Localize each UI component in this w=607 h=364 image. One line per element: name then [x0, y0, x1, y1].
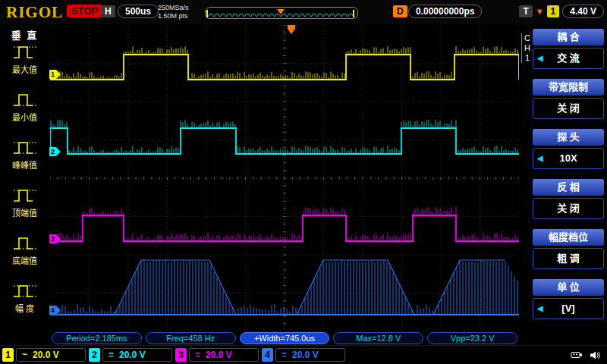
measurement-pill-5[interactable]: Vpp=23.2 V	[427, 332, 517, 344]
measurement-readout-row: Period=2.185msFreq=458 Hz+Width=745.0usM…	[52, 332, 517, 344]
channel-block-2[interactable]: 2=20.0 V	[89, 347, 172, 362]
softkey-value[interactable]: ◀[V]	[533, 298, 604, 319]
trigger-status: T ▼ 1 4.40 V	[519, 5, 604, 18]
channel-block-4[interactable]: 4=20.0 V	[262, 347, 345, 362]
channel-menu-panel: CH1 耦 合◀交 流带宽限制关 闭探 头◀10X反 相关 闭幅度档位粗 调单 …	[520, 24, 607, 345]
softkey-label: 探 头	[533, 129, 604, 146]
measure-sidebar: 垂 直 最大值 最小值 峰峰值 顶端值 底端值 幅 度	[0, 24, 49, 345]
channel-number-badge: 2	[89, 348, 100, 362]
softkey-group-1: 耦 合◀交 流	[533, 29, 604, 69]
trigger-edge-icon: ▼	[536, 8, 544, 16]
measure-item-6[interactable]: 幅 度	[0, 281, 49, 328]
softkey-group-4: 反 相关 闭	[533, 179, 604, 219]
channel-scale-box: =20.0 V	[275, 348, 345, 362]
delay-value: 0.00000000ps	[408, 5, 482, 18]
measure-sidebar-title: 垂 直	[0, 27, 49, 42]
softkey-value[interactable]: ◀交 流	[533, 48, 604, 69]
measurement-pill-3[interactable]: +Width=745.0us	[240, 332, 330, 344]
channel-scale-box: ~20.0 V	[16, 348, 86, 362]
horizontal-badge: H	[101, 5, 115, 17]
left-arrow-icon: ◀	[537, 299, 543, 318]
trigger-level-value: 4.40 V	[562, 5, 604, 18]
rigol-logo: RIGOL	[6, 3, 63, 22]
measure-item-label: 顶端值	[0, 206, 49, 218]
measure-item-4[interactable]: 顶端值	[0, 185, 49, 233]
measure-item-3[interactable]: 峰峰值	[0, 137, 49, 185]
coupling-icon: =	[109, 349, 114, 361]
top-status-bar: RIGOL STOP H 500us 250MSa/s 1.50M pts D …	[0, 0, 607, 24]
measure-item-list: 最大值 最小值 峰峰值 顶端值 底端值 幅 度	[0, 42, 49, 328]
sample-rate: 250MSa/s	[158, 4, 189, 12]
channel-scale-box: =20.0 V	[102, 348, 172, 362]
measure-item-2[interactable]: 最小值	[0, 89, 49, 137]
softkey-value[interactable]: 关 闭	[533, 98, 604, 119]
channel-status-bar: 1~20.0 V2=20.0 V3=20.0 V4=20.0 V	[0, 345, 607, 364]
usb-icon	[571, 350, 583, 359]
waveform-display	[50, 25, 519, 331]
measure-item-label: 幅 度	[0, 302, 49, 314]
measure-item-label: 最大值	[0, 63, 49, 75]
softkey-value-text: 关 闭	[557, 102, 580, 114]
softkey-value[interactable]: 粗 调	[533, 248, 604, 269]
measurement-pill-1[interactable]: Period=2.185ms	[52, 332, 142, 344]
softkey-label: 反 相	[533, 179, 604, 196]
measure-item-5[interactable]: 底端值	[0, 233, 49, 281]
softkey-value-text: 粗 调	[557, 253, 580, 264]
channel-number-badge: 1	[2, 348, 14, 362]
vbase-icon	[11, 233, 39, 253]
measure-item-label: 峰峰值	[0, 158, 49, 171]
channel-blocks: 1~20.0 V2=20.0 V3=20.0 V4=20.0 V	[2, 347, 345, 362]
channel-scale-value: 20.0 V	[33, 349, 59, 361]
channel-scale-value: 20.0 V	[292, 349, 319, 361]
channel-menu-tab: CH1	[521, 33, 532, 63]
softkey-group-3: 探 头◀10X	[533, 129, 604, 169]
softkey-label: 单 位	[533, 279, 604, 296]
softkey-value[interactable]: ◀10X	[533, 148, 604, 169]
trigger-source-badge: 1	[547, 5, 560, 17]
measure-item-label: 底端值	[0, 254, 49, 266]
softkey-group-2: 带宽限制关 闭	[533, 79, 604, 119]
softkey-value-text: 10X	[559, 152, 577, 164]
softkey-group-6: 单 位◀[V]	[533, 279, 604, 319]
softkey-group-list: 耦 合◀交 流带宽限制关 闭探 头◀10X反 相关 闭幅度档位粗 调单 位◀[V…	[533, 29, 604, 329]
channel-block-3[interactable]: 3=20.0 V	[175, 347, 259, 362]
coupling-icon: =	[281, 349, 287, 361]
channel-number-badge: 3	[175, 348, 187, 362]
left-arrow-icon: ◀	[537, 149, 543, 168]
vamp-icon	[11, 281, 39, 300]
measure-item-1[interactable]: 最大值	[0, 42, 49, 89]
vtop-icon	[11, 185, 39, 205]
softkey-value-text: [V]	[561, 303, 574, 314]
vmax-icon	[11, 42, 39, 61]
run-state-badge: STOP	[67, 5, 102, 17]
horizontal-position-waveform	[206, 9, 356, 18]
measure-item-label: 最小值	[0, 111, 49, 123]
coupling-icon: =	[195, 349, 200, 361]
coupling-icon: ~	[22, 349, 27, 361]
delay-badge: D	[393, 5, 407, 17]
speaker-icon	[590, 350, 601, 360]
acquisition-info: 250MSa/s 1.50M pts	[158, 4, 189, 20]
measurement-pill-2[interactable]: Freq=458 Hz	[146, 332, 236, 344]
softkey-label: 带宽限制	[533, 79, 604, 96]
softkey-label: 耦 合	[533, 29, 604, 46]
softkey-value-text: 交 流	[557, 52, 580, 64]
channel-scale-value: 20.0 V	[206, 349, 232, 361]
softkey-label: 幅度档位	[533, 229, 604, 246]
horizontal-position-widget[interactable]	[205, 7, 358, 19]
status-icons	[571, 350, 601, 360]
channel-block-1[interactable]: 1~20.0 V	[2, 347, 86, 362]
trigger-badge: T	[519, 5, 532, 17]
softkey-value[interactable]: 关 闭	[533, 198, 604, 219]
vmin-icon	[11, 89, 39, 109]
vpp-icon	[11, 137, 39, 157]
waveform-screen: Period=2.185msFreq=458 Hz+Width=745.0usM…	[49, 24, 520, 345]
channel-scale-value: 20.0 V	[119, 349, 146, 361]
timebase-value: 500us	[118, 5, 159, 18]
channel-number-badge: 4	[262, 348, 273, 362]
softkey-value-text: 关 闭	[557, 202, 580, 214]
left-arrow-icon: ◀	[537, 49, 543, 68]
measurement-pill-4[interactable]: Max=12.8 V	[333, 332, 423, 344]
channel-scale-box: =20.0 V	[189, 348, 259, 362]
memory-depth: 1.50M pts	[158, 12, 189, 20]
